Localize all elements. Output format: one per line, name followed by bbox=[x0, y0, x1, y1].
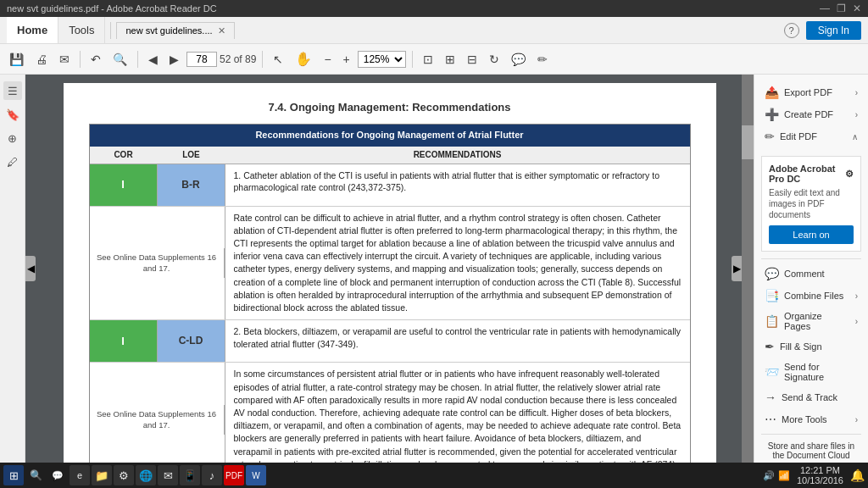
help-icon[interactable]: ? bbox=[784, 23, 799, 38]
left-collapse-arrow[interactable]: ◀ bbox=[25, 256, 36, 281]
page-navigation: 52 of 89 bbox=[186, 52, 256, 67]
panel-divider-2 bbox=[761, 434, 861, 435]
mail-icon[interactable]: ✉ bbox=[158, 465, 178, 485]
two-page-button[interactable]: ⊟ bbox=[463, 50, 481, 69]
col-header-loe: LOE bbox=[158, 149, 225, 161]
zoom-in-button[interactable]: + bbox=[339, 50, 354, 69]
fit-page-button[interactable]: ⊡ bbox=[419, 50, 437, 69]
body-text-2: In some circumstances of persistent atri… bbox=[225, 363, 690, 463]
toolbar-separator-4 bbox=[412, 51, 413, 68]
taskbar: ⊞ 🔍 💬 e 📁 ⚙ 🌐 ✉ 📱 ♪ PDF W 🔊 📶 12:21 PM 1… bbox=[0, 463, 868, 488]
rotate-button[interactable]: ↻ bbox=[485, 50, 504, 69]
phone-icon[interactable]: 📱 bbox=[180, 465, 200, 485]
toolbar: 💾 🖨 ✉ ↶ 🔍 ◀ ▶ 52 of 89 ↖ ✋ − + 125% 50% … bbox=[0, 44, 868, 75]
more-tools-label: More Tools bbox=[782, 414, 827, 424]
next-page-button[interactable]: ▶ bbox=[165, 50, 183, 69]
create-pdf-label: Create PDF bbox=[784, 109, 833, 119]
print-button[interactable]: 🖨 bbox=[31, 50, 52, 69]
sidebar-tools-icon[interactable]: 🖊 bbox=[3, 152, 22, 171]
cursor-tool-button[interactable]: ↖ bbox=[269, 50, 287, 69]
explorer-icon[interactable]: 📁 bbox=[92, 465, 112, 485]
sidebar-layers-icon[interactable]: ⊕ bbox=[3, 129, 22, 147]
tab-close-icon[interactable]: ✕ bbox=[218, 25, 225, 36]
close-icon[interactable]: ✕ bbox=[853, 3, 861, 14]
email-button[interactable]: ✉ bbox=[55, 50, 74, 69]
main-layout: ☰ 🔖 ⊕ 🖊 ◀ 7.4. Ongoing Management: Recom… bbox=[0, 75, 868, 463]
undo-button[interactable]: ↶ bbox=[86, 50, 105, 69]
comment-tool-button[interactable]: 💬 bbox=[507, 50, 530, 69]
tab-home[interactable]: Home bbox=[7, 17, 58, 43]
recommendations-table: Recommendations for Ongoing Management o… bbox=[89, 124, 691, 463]
notification-icon[interactable]: 🔔 bbox=[850, 469, 865, 482]
media-icon[interactable]: ♪ bbox=[202, 465, 222, 485]
window-controls[interactable]: — ❐ ✕ bbox=[820, 3, 861, 14]
pen-tool-button[interactable]: ✏ bbox=[533, 50, 552, 69]
toolbar-separator-2 bbox=[137, 51, 138, 68]
adobe-pro-title: Adobe Acrobat Pro DC ⚙ bbox=[769, 164, 854, 184]
title-bar: new svt guidelines.pdf - Adobe Acrobat R… bbox=[0, 0, 868, 17]
ie-icon[interactable]: e bbox=[70, 465, 90, 485]
edit-pdf-item[interactable]: ✏ Edit PDF ∧ bbox=[761, 125, 861, 147]
fill-sign-label: Fill & Sign bbox=[780, 341, 822, 352]
cortana-icon[interactable]: 💬 bbox=[47, 465, 68, 485]
organize-pages-item[interactable]: 📋 Organize Pages › bbox=[761, 307, 861, 336]
edit-pdf-label: Edit PDF bbox=[780, 131, 817, 141]
combine-files-item[interactable]: 📑 Combine Files › bbox=[761, 285, 861, 307]
loe-value-2: C-LD bbox=[158, 320, 225, 362]
search-button[interactable]: 🔍 bbox=[108, 50, 131, 69]
sidebar-bookmarks-icon[interactable]: 🔖 bbox=[3, 105, 22, 124]
create-pdf-icon: ➕ bbox=[765, 108, 779, 121]
save-button[interactable]: 💾 bbox=[5, 50, 28, 69]
send-track-item[interactable]: → Send & Track bbox=[761, 386, 861, 408]
restore-icon[interactable]: ❐ bbox=[837, 3, 846, 14]
export-pdf-item[interactable]: 📤 Export PDF › bbox=[761, 81, 861, 103]
store-text: Store and share files in the Document Cl… bbox=[761, 438, 861, 463]
signin-button[interactable]: Sign In bbox=[806, 21, 861, 40]
clock-date: 10/13/2016 bbox=[797, 475, 843, 485]
send-track-icon: → bbox=[765, 391, 776, 404]
settings-taskbar-icon[interactable]: ⚙ bbox=[114, 465, 134, 485]
scrollbar-thumb[interactable] bbox=[742, 125, 754, 159]
taskbar-notifications[interactable]: 🔊 📶 bbox=[763, 470, 790, 481]
sidebar-thumbnails-icon[interactable]: ☰ bbox=[3, 81, 22, 100]
open-file-tab[interactable]: new svt guidelines.... ✕ bbox=[116, 22, 234, 39]
zoom-out-button[interactable]: − bbox=[320, 50, 335, 69]
pdf-taskbar-icon[interactable]: PDF bbox=[224, 465, 244, 485]
send-signature-item[interactable]: 📨 Send for Signature bbox=[761, 358, 861, 386]
left-sidebar: ☰ 🔖 ⊕ 🖊 bbox=[0, 75, 25, 463]
organize-arrow-icon: › bbox=[855, 317, 858, 326]
search-taskbar-icon[interactable]: 🔍 bbox=[25, 465, 46, 485]
more-tools-arrow-icon: › bbox=[855, 415, 858, 424]
comment-item[interactable]: 💬 Comment bbox=[761, 263, 861, 285]
fit-width-button[interactable]: ⊞ bbox=[441, 50, 459, 69]
right-collapse-arrow[interactable]: ▶ bbox=[732, 256, 742, 281]
chrome-icon[interactable]: 🌐 bbox=[136, 465, 156, 485]
zoom-select[interactable]: 125% 50% 75% 100% 150% 200% bbox=[358, 51, 406, 68]
prev-page-button[interactable]: ◀ bbox=[144, 50, 162, 69]
comment-icon: 💬 bbox=[765, 267, 779, 280]
word-icon[interactable]: W bbox=[246, 465, 266, 485]
rec-text-2: 2. Beta blockers, diltiazem, or verapami… bbox=[225, 320, 690, 362]
minimize-icon[interactable]: — bbox=[820, 3, 830, 14]
adobe-pro-settings-icon[interactable]: ⚙ bbox=[845, 169, 854, 180]
organize-icon: 📋 bbox=[765, 314, 779, 328]
nav-tabs: Home Tools bbox=[7, 17, 105, 43]
start-button[interactable]: ⊞ bbox=[3, 465, 24, 485]
page-count: 52 of 89 bbox=[220, 53, 256, 65]
table-col-headers: COR LOE RECOMMENDATIONS bbox=[90, 147, 690, 164]
fill-sign-item[interactable]: ✒ Fill & Sign bbox=[761, 336, 861, 358]
learn-on-button[interactable]: Learn on bbox=[769, 225, 854, 244]
table-row-body-1: See Online Data Supplements 16 and 17. R… bbox=[90, 207, 690, 321]
pan-tool-button[interactable]: ✋ bbox=[291, 48, 316, 69]
tab-tools[interactable]: Tools bbox=[58, 17, 105, 43]
pdf-scrollbar[interactable] bbox=[742, 75, 754, 463]
col-header-cor: COR bbox=[90, 149, 158, 161]
more-tools-item[interactable]: ⋯ More Tools › bbox=[761, 408, 861, 430]
section-title: 7.4. Ongoing Management: Recommendations bbox=[89, 100, 691, 115]
comment-label: Comment bbox=[784, 269, 825, 279]
page-number-input[interactable] bbox=[186, 52, 217, 67]
create-pdf-item[interactable]: ➕ Create PDF › bbox=[761, 103, 861, 125]
create-arrow-icon: › bbox=[855, 110, 858, 119]
send-sig-icon: 📨 bbox=[765, 365, 779, 379]
col-header-rec: RECOMMENDATIONS bbox=[225, 149, 690, 161]
